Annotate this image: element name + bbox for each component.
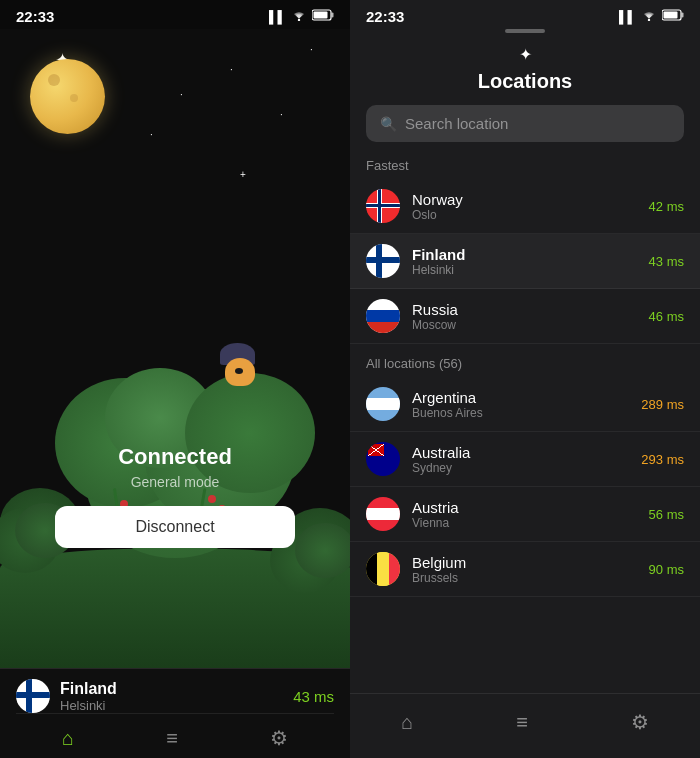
svg-point-4 xyxy=(648,19,650,21)
list-item[interactable]: Russia Moscow 46 ms xyxy=(350,289,700,344)
search-icon: 🔍 xyxy=(380,116,397,132)
loc-latency: 43 ms xyxy=(649,254,684,269)
bottom-latency: 43 ms xyxy=(293,688,334,705)
swipe-indicator-right xyxy=(505,29,545,33)
connected-area: Connected General mode Disconnect xyxy=(0,444,350,548)
star-icon: · xyxy=(180,89,183,100)
loc-info: Belgium Brussels xyxy=(412,554,649,585)
loc-info: Russia Moscow xyxy=(412,301,649,332)
bottom-country: Finland xyxy=(60,680,117,698)
loc-latency: 46 ms xyxy=(649,309,684,324)
loc-latency: 289 ms xyxy=(641,397,684,412)
star-icon: · xyxy=(310,44,313,55)
wifi-icon-right xyxy=(641,9,657,24)
loc-latency: 293 ms xyxy=(641,452,684,467)
flag-finland-bottom xyxy=(16,679,50,713)
nav-settings-right[interactable]: ⚙ xyxy=(621,706,659,738)
signal-icon-left: ▌▌ xyxy=(269,10,286,24)
loc-city: Sydney xyxy=(412,461,641,475)
svg-rect-3 xyxy=(314,12,328,19)
star-icon: · xyxy=(150,129,153,140)
flag-russia xyxy=(366,299,400,333)
search-input[interactable]: 🔍 Search location xyxy=(366,105,684,142)
status-bar-left: 22:33 ▌▌ xyxy=(0,0,350,29)
loc-country: Finland xyxy=(412,246,649,263)
locations-header: ✦ Locations xyxy=(350,41,700,105)
loc-latency: 42 ms xyxy=(649,199,684,214)
flag-austria xyxy=(366,497,400,531)
nav-home-right[interactable]: ⌂ xyxy=(391,707,423,738)
bottom-loc-info: Finland Helsinki xyxy=(60,680,117,713)
bottom-nav-right: ⌂ ≡ ⚙ xyxy=(350,693,700,758)
svg-rect-7 xyxy=(664,12,678,19)
loc-info: Finland Helsinki xyxy=(412,246,649,277)
loc-city: Brussels xyxy=(412,571,649,585)
status-icons-right: ▌▌ xyxy=(619,9,684,24)
loc-city: Oslo xyxy=(412,208,649,222)
locations-list: Fastest Norway Oslo 42 ms Finland Helsin… xyxy=(350,154,700,693)
list-item[interactable]: Austria Vienna 56 ms xyxy=(350,487,700,542)
loc-latency: 90 ms xyxy=(649,562,684,577)
svg-rect-2 xyxy=(332,13,334,18)
star-icon: · xyxy=(230,64,233,75)
section-fastest: Fastest xyxy=(350,154,700,179)
star-icon: · xyxy=(280,109,283,120)
search-placeholder: Search location xyxy=(405,115,508,132)
flag-argentina xyxy=(366,387,400,421)
star-icon-right: ✦ xyxy=(350,45,700,64)
right-panel: 22:33 ▌▌ ✦ Lo xyxy=(350,0,700,758)
flag-finland xyxy=(366,244,400,278)
loc-info: Norway Oslo xyxy=(412,191,649,222)
flag-norway xyxy=(366,189,400,223)
loc-city: Moscow xyxy=(412,318,649,332)
nav-settings-left[interactable]: ⚙ xyxy=(260,722,298,754)
nav-list-right[interactable]: ≡ xyxy=(506,707,538,738)
section-all-locations: All locations (56) xyxy=(350,352,700,377)
battery-icon-left xyxy=(312,9,334,24)
bottom-city: Helsinki xyxy=(60,698,117,713)
list-item[interactable]: Australia Sydney 293 ms xyxy=(350,432,700,487)
star-icon: + xyxy=(240,169,246,180)
disconnect-button[interactable]: Disconnect xyxy=(55,506,295,548)
signal-icon-right: ▌▌ xyxy=(619,10,636,24)
status-bar-right: 22:33 ▌▌ xyxy=(350,0,700,29)
nav-home-left[interactable]: ⌂ xyxy=(52,723,84,754)
loc-city: Helsinki xyxy=(412,263,649,277)
loc-city: Buenos Aires xyxy=(412,406,641,420)
flag-belgium xyxy=(366,552,400,586)
loc-city: Vienna xyxy=(412,516,649,530)
loc-country: Austria xyxy=(412,499,649,516)
loc-info: Australia Sydney xyxy=(412,444,641,475)
bottom-bar-left: Finland Helsinki 43 ms ⌂ ≡ ⚙ xyxy=(0,668,350,758)
time-left: 22:33 xyxy=(16,8,54,25)
list-item[interactable]: Finland Helsinki 43 ms xyxy=(350,234,700,289)
loc-country: Australia xyxy=(412,444,641,461)
connected-subtitle: General mode xyxy=(0,474,350,490)
left-panel: 22:33 ▌▌ ✦ · · xyxy=(0,0,350,758)
list-item[interactable]: Belgium Brussels 90 ms xyxy=(350,542,700,597)
list-item[interactable]: Argentina Buenos Aires 289 ms xyxy=(350,377,700,432)
battery-icon-right xyxy=(662,9,684,24)
bottom-location[interactable]: Finland Helsinki 43 ms xyxy=(16,679,334,713)
character xyxy=(220,358,260,408)
nav-list-left[interactable]: ≡ xyxy=(156,723,188,754)
time-right: 22:33 xyxy=(366,8,404,25)
loc-info: Austria Vienna xyxy=(412,499,649,530)
search-container: 🔍 Search location xyxy=(350,105,700,154)
wifi-icon-left xyxy=(291,9,307,24)
loc-country: Russia xyxy=(412,301,649,318)
svg-rect-6 xyxy=(682,13,684,18)
loc-country: Norway xyxy=(412,191,649,208)
loc-country: Belgium xyxy=(412,554,649,571)
loc-info: Argentina Buenos Aires xyxy=(412,389,641,420)
loc-latency: 56 ms xyxy=(649,507,684,522)
connected-title: Connected xyxy=(0,444,350,470)
bottom-location-left: Finland Helsinki xyxy=(16,679,117,713)
bottom-nav-left: ⌂ ≡ ⚙ xyxy=(16,713,334,758)
locations-title: Locations xyxy=(350,70,700,93)
flag-australia xyxy=(366,442,400,476)
loc-country: Argentina xyxy=(412,389,641,406)
night-scene: ✦ · · · · · + xyxy=(0,29,350,668)
list-item[interactable]: Norway Oslo 42 ms xyxy=(350,179,700,234)
svg-point-0 xyxy=(298,19,300,21)
